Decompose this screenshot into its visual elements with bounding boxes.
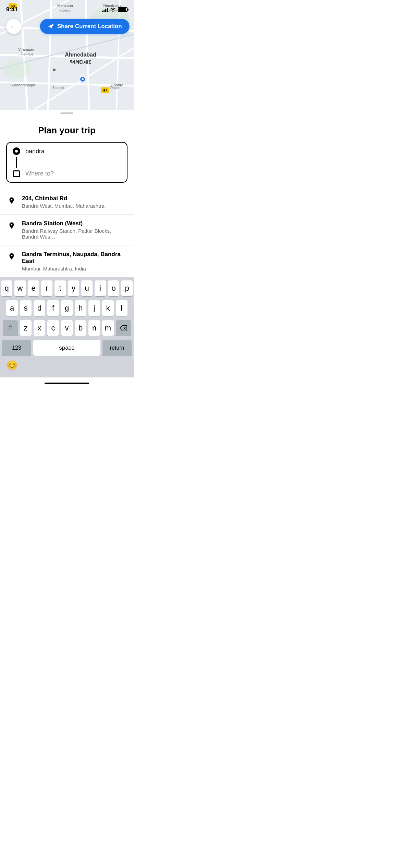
to-square [13, 170, 20, 177]
key-p[interactable]: p [121, 280, 133, 296]
suggestion-subtitle-0: Bandra West, Mumbai, Maharashtra [22, 203, 105, 209]
svg-point-31 [53, 69, 56, 71]
keyboard-accessory: 😊 [1, 357, 133, 376]
route-connector-line [16, 157, 17, 168]
suggestion-item-2[interactable]: Bandra Terminus, Naupada, Bandra East Mu… [0, 245, 134, 277]
svg-text:અમદાવાદ: અમદાવાદ [70, 59, 92, 65]
svg-text:વિરમગામ: વિરમગામ [21, 52, 33, 56]
share-location-button[interactable]: Share Current Location [40, 19, 130, 34]
key-c[interactable]: c [47, 320, 59, 336]
key-b[interactable]: b [75, 320, 86, 336]
keyboard: q w e r t y u i o p a s d f g h j k l ⇧ … [0, 277, 134, 377]
key-i[interactable]: i [95, 280, 106, 296]
key-k[interactable]: k [102, 300, 114, 316]
key-q[interactable]: q [1, 280, 12, 296]
key-g[interactable]: g [61, 300, 73, 316]
suggestion-subtitle-2: Mumbai, Maharashtra, India [22, 266, 127, 272]
svg-text:Ahmedabad: Ahmedabad [65, 52, 96, 58]
shift-key[interactable]: ⇧ [3, 320, 18, 336]
keyboard-row-2: a s d f g h j k l [1, 300, 133, 316]
key-v[interactable]: v [61, 320, 73, 336]
pin-icon-0 [7, 196, 16, 205]
key-l[interactable]: l [116, 300, 127, 316]
to-input[interactable]: Where to? [25, 170, 54, 177]
from-icon [12, 147, 21, 155]
from-circle [13, 147, 20, 155]
key-u[interactable]: u [81, 280, 93, 296]
key-r[interactable]: r [41, 280, 52, 296]
suggestion-title-1: Bandra Station (West) [22, 220, 127, 227]
key-return[interactable]: return [102, 340, 132, 356]
key-n[interactable]: n [88, 320, 100, 336]
key-123[interactable]: 123 [2, 340, 31, 356]
suggestion-item-1[interactable]: Bandra Station (West) Bandra Railway Sta… [0, 215, 134, 245]
suggestion-title-0: 204, Chimbai Rd [22, 195, 105, 202]
suggestion-text-2: Bandra Terminus, Naupada, Bandra East Mu… [22, 251, 127, 272]
keyboard-row-1: q w e r t y u i o p [1, 280, 133, 296]
svg-point-12 [3, 58, 31, 79]
status-bar: 9:41 [0, 0, 134, 15]
pin-icon-1 [7, 221, 16, 230]
suggestion-title-2: Bandra Terminus, Naupada, Bandra East [22, 251, 127, 265]
key-t[interactable]: t [54, 280, 66, 296]
svg-point-33 [11, 199, 13, 201]
svg-text:Viramgam: Viramgam [18, 47, 35, 51]
key-o[interactable]: o [108, 280, 119, 296]
svg-point-30 [82, 78, 84, 80]
home-bar [45, 383, 89, 384]
plan-trip-title: Plan your trip [0, 116, 134, 142]
key-d[interactable]: d [34, 300, 45, 316]
keyboard-row-4: 123 space return [1, 340, 133, 356]
home-indicator [0, 377, 134, 389]
svg-text:Sanand: Sanand [52, 86, 64, 90]
wifi-icon [110, 8, 116, 12]
main-content: Plan your trip bandra Where to? [0, 116, 134, 277]
svg-text:Dakor: Dakor [110, 86, 120, 90]
emoji-button[interactable]: 😊 [7, 360, 17, 371]
location-arrow-icon [48, 23, 54, 30]
from-row: bandra [12, 147, 121, 155]
status-time: 9:41 [6, 6, 18, 13]
svg-text:Surendranagar: Surendranagar [10, 83, 36, 87]
from-input[interactable]: bandra [25, 148, 45, 155]
svg-point-35 [11, 255, 13, 256]
key-space[interactable]: space [33, 340, 100, 356]
map-section: 68 47 Mehsana મહેસાણા Himatnagar હિમતનગર… [0, 0, 134, 110]
back-button[interactable]: ← [6, 19, 21, 34]
key-f[interactable]: f [47, 300, 59, 316]
key-y[interactable]: y [68, 280, 79, 296]
signal-icon [102, 7, 108, 12]
svg-text:47: 47 [103, 88, 107, 92]
key-x[interactable]: x [34, 320, 45, 336]
keyboard-row-3: ⇧ z x c v b n m [1, 320, 133, 336]
route-input-box[interactable]: bandra Where to? [6, 142, 127, 183]
battery-icon [118, 7, 127, 12]
map-roads-svg: 68 47 Mehsana મહેસાણા Himatnagar હિમતનગર… [0, 0, 134, 110]
key-h[interactable]: h [75, 300, 86, 316]
back-arrow-icon: ← [10, 23, 17, 31]
key-a[interactable]: a [6, 300, 18, 316]
key-s[interactable]: s [20, 300, 32, 316]
backspace-key[interactable] [116, 320, 131, 336]
pin-icon-2 [7, 252, 16, 261]
key-z[interactable]: z [20, 320, 32, 336]
to-icon [12, 170, 21, 177]
map-pull-pill [60, 112, 73, 114]
suggestion-text-1: Bandra Station (West) Bandra Railway Sta… [22, 220, 127, 240]
map-pull-area [0, 110, 134, 116]
key-j[interactable]: j [88, 300, 100, 316]
share-location-label: Share Current Location [57, 23, 122, 30]
suggestion-text-0: 204, Chimbai Rd Bandra West, Mumbai, Mah… [22, 195, 105, 209]
status-icons [102, 7, 127, 12]
key-m[interactable]: m [102, 320, 114, 336]
key-e[interactable]: e [28, 280, 39, 296]
key-w[interactable]: w [14, 280, 26, 296]
suggestions-list: 204, Chimbai Rd Bandra West, Mumbai, Mah… [0, 190, 134, 277]
from-circle-inner [15, 150, 18, 153]
suggestion-subtitle-1: Bandra Railway Station, Patkar Blocks, B… [22, 228, 127, 240]
suggestion-item-0[interactable]: 204, Chimbai Rd Bandra West, Mumbai, Mah… [0, 190, 134, 215]
to-row: Where to? [12, 170, 121, 177]
svg-point-34 [11, 224, 13, 226]
